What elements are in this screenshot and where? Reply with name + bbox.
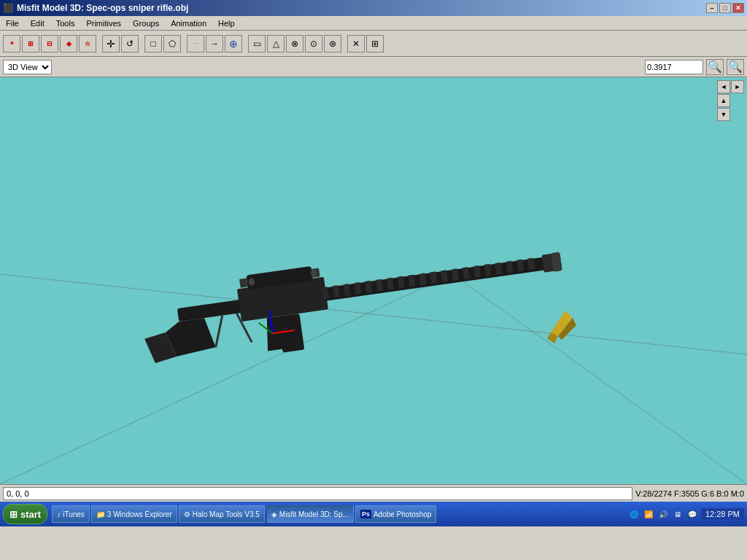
taskbar-misfit[interactable]: ◈ Misfit Model 3D: Sp... [266, 505, 354, 523]
tool-4[interactable]: ☆ [79, 35, 96, 52]
tool-box[interactable]: □ [144, 35, 162, 52]
system-clock: 12:28 PM [701, 508, 744, 520]
photoshop-label: Adobe Photoshop [374, 510, 432, 518]
tool-link[interactable]: ⊞ [366, 35, 384, 52]
tray-icon-2: 📶 [643, 508, 654, 520]
start-label: start [20, 509, 41, 520]
nav-row-bot: ▼ [717, 108, 744, 121]
menu-file[interactable]: File [0, 18, 25, 29]
nav-row-mid: ▲ [717, 94, 744, 107]
tool-oval[interactable]: ⊙ [305, 35, 322, 52]
taskbar: ⊞ start ♪ iTunes 📁 3 Windows Explorer ⚙ … [0, 502, 747, 526]
explorer-label: 3 Windows Explorer [107, 510, 172, 518]
tray-icon-3: 🔊 [657, 508, 669, 520]
viewport[interactable]: ◄ ► ▲ ▼ [0, 77, 747, 484]
nav-up[interactable]: ▲ [717, 94, 730, 107]
view-selector[interactable]: 3D View Top Front Side [3, 60, 52, 74]
taskbar-halo[interactable]: ⚙ Halo Map Tools V3.5 [179, 505, 265, 523]
tray-icon-5: 💬 [686, 508, 698, 520]
misfit-icon: ◈ [271, 510, 277, 518]
title-bar-controls: – □ ✕ [706, 3, 744, 13]
halo-icon: ⚙ [184, 510, 190, 518]
taskbar-right: 🌐 📶 🔊 🖥 💬 12:28 PM [628, 508, 744, 520]
app-icon: ⬛ [3, 3, 14, 13]
tool-arrow[interactable]: → [206, 35, 223, 52]
tool-move[interactable]: ✛ [102, 35, 120, 52]
title-bar-left: ⬛ Misfit Model 3D: Spec-ops sniper rifle… [3, 3, 188, 13]
nav-left[interactable]: ◄ [717, 80, 730, 93]
tool-tri[interactable]: △ [267, 35, 285, 52]
menu-primitives[interactable]: Primitives [80, 18, 127, 29]
nav-controls: ◄ ► ▲ ▼ [717, 80, 744, 121]
tool-star[interactable]: ⊛ [324, 35, 341, 52]
coords-text: 0, 0, 0 [7, 489, 29, 498]
zoom-in-button[interactable]: 🔍 [706, 59, 724, 75]
itunes-label: iTunes [63, 510, 85, 518]
3d-scene [0, 77, 747, 484]
tool-3[interactable]: ◈ [60, 35, 77, 52]
menu-tools[interactable]: Tools [50, 18, 81, 29]
start-button[interactable]: ⊞ start [3, 504, 47, 524]
svg-rect-0 [0, 77, 747, 484]
title-bar: ⬛ Misfit Model 3D: Spec-ops sniper rifle… [0, 0, 747, 16]
tool-1[interactable]: ⊞ [22, 35, 39, 52]
menu-animation[interactable]: Animation [165, 18, 212, 29]
svg-rect-11 [239, 278, 248, 287]
nav-down[interactable]: ▼ [717, 108, 730, 121]
tool-skew[interactable]: ⬠ [163, 35, 181, 52]
close-button[interactable]: ✕ [732, 3, 744, 13]
taskbar-itunes[interactable]: ♪ iTunes [52, 505, 90, 523]
tool-rect[interactable]: ▭ [248, 35, 266, 52]
tool-pt[interactable]: · · [187, 35, 204, 52]
window-title: Misfit Model 3D: Spec-ops sniper rifle.o… [17, 3, 188, 13]
coordinates-display: 0, 0, 0 [3, 487, 632, 500]
view-bar: 3D View Top Front Side 🔍 −🔍 [0, 57, 747, 77]
nav-row-top: ◄ ► [717, 80, 744, 93]
tray-icon-1: 🌐 [628, 508, 640, 520]
tool-add[interactable]: ⊕ [225, 35, 242, 52]
tool-rotate[interactable]: ↺ [121, 35, 139, 52]
menu-edit[interactable]: Edit [25, 18, 50, 29]
toolbar: ✦ ⊞ ⊟ ◈ ☆ ✛ ↺ □ ⬠ · · → ⊕ ▭ △ ⊗ ⊙ ⊛ ✕ ⊞ [0, 31, 747, 57]
minimize-button[interactable]: – [706, 3, 718, 13]
menu-help[interactable]: Help [212, 18, 241, 29]
explorer-icon: 📁 [96, 510, 105, 518]
tool-circle[interactable]: ⊗ [286, 35, 303, 52]
start-icon: ⊞ [9, 509, 18, 520]
misfit-label: Misfit Model 3D: Sp... [279, 510, 349, 518]
zoom-out-button[interactable]: −🔍 [727, 59, 744, 75]
stats-display: V:28/2274 F:3505 G:6 B:0 M:0 [635, 489, 744, 498]
menu-bar: File Edit Tools Primitives Groups Animat… [0, 16, 747, 31]
taskbar-photoshop[interactable]: Ps Adobe Photoshop [355, 505, 437, 523]
halo-label: Halo Map Tools V3.5 [193, 510, 260, 518]
zoom-input[interactable] [645, 60, 703, 74]
tool-2[interactable]: ⊟ [41, 35, 58, 52]
maximize-button[interactable]: □ [719, 3, 731, 13]
itunes-icon: ♪ [57, 510, 61, 518]
tool-x[interactable]: ✕ [347, 35, 365, 52]
nav-right[interactable]: ► [731, 80, 744, 93]
menu-groups[interactable]: Groups [127, 18, 165, 29]
tray-icon-4: 🖥 [672, 508, 684, 520]
taskbar-explorer[interactable]: 📁 3 Windows Explorer [91, 505, 177, 523]
status-bar: 0, 0, 0 V:28/2274 F:3505 G:6 B:0 M:0 [0, 484, 747, 502]
photoshop-icon: Ps [360, 510, 371, 518]
tool-select[interactable]: ✦ [3, 35, 20, 52]
